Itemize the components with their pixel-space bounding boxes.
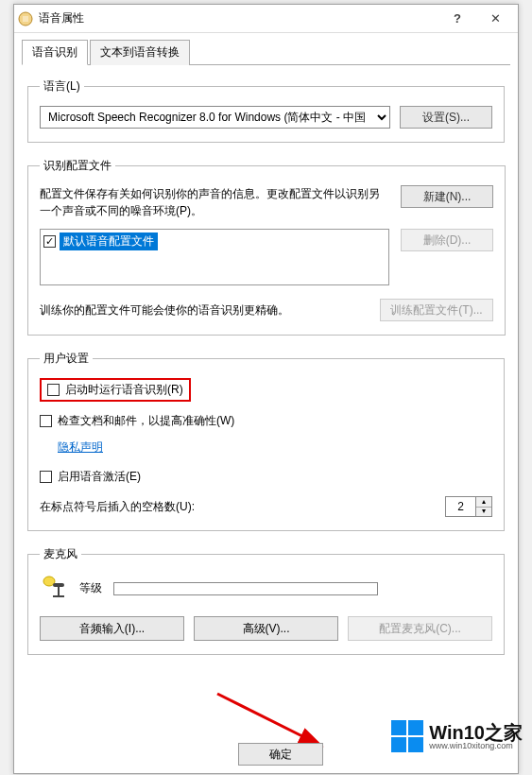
run-at-startup-checkbox[interactable] [47, 384, 60, 396]
user-settings-legend: 用户设置 [40, 351, 93, 367]
spinner-up-icon[interactable]: ▴ [476, 497, 491, 508]
recognizer-select[interactable]: Microsoft Speech Recognizer 8.0 for Wind… [40, 106, 390, 129]
profile-new-button[interactable]: 新建(N)... [401, 185, 493, 208]
level-label: 等级 [79, 580, 102, 596]
microphone-group: 麦克风 等级 音频输入(I)... 高级(V)... 配置麦克风(C)... [27, 546, 505, 655]
microphone-icon [40, 574, 70, 603]
highlight-box: 启动时运行语音识别(R) [40, 378, 191, 402]
spinner-down-icon[interactable]: ▾ [476, 508, 491, 517]
ok-button[interactable]: 确定 [238, 743, 323, 766]
train-profile-button: 训练配置文件(T)... [380, 299, 493, 321]
profiles-group: 识别配置文件 配置文件保存有关如何识别你的声音的信息。更改配置文件以识别另一个声… [27, 158, 506, 336]
language-legend: 语言(L) [40, 78, 84, 95]
profile-delete-button: 删除(D)... [401, 229, 493, 251]
profile-checkbox[interactable]: ✓ [43, 235, 56, 248]
tab-text-to-speech[interactable]: 文本到语音转换 [90, 40, 190, 65]
run-at-startup-label: 启动时运行语音识别(R) [65, 382, 183, 398]
user-settings-group: 用户设置 启动时运行语音识别(R) 检查文档和邮件，以提高准确性(W) 隐私声明… [27, 351, 505, 531]
help-button[interactable]: ? [438, 6, 476, 32]
tab-speech-recognition[interactable]: 语音识别 [22, 40, 88, 65]
watermark-brand: Win10之家 [429, 723, 523, 742]
audio-input-button[interactable]: 音频输入(I)... [40, 616, 184, 641]
dialog-icon [18, 11, 33, 26]
svg-rect-3 [53, 583, 64, 587]
voice-activation-checkbox[interactable] [40, 471, 52, 483]
profiles-listbox[interactable]: ✓ 默认语音配置文件 [40, 229, 389, 285]
titlebar: 语音属性 ? ✕ [14, 5, 518, 33]
privacy-link[interactable]: 隐私声明 [58, 439, 103, 456]
watermark-url: www.win10xitong.com [429, 742, 523, 750]
review-docs-label: 检查文档和邮件，以提高准确性(W) [58, 413, 234, 429]
profiles-legend: 识别配置文件 [40, 158, 115, 174]
review-docs-checkbox[interactable] [40, 415, 52, 427]
profiles-description: 配置文件保存有关如何识别你的声音的信息。更改配置文件以识别另一个声音或不同的噪音… [40, 185, 389, 219]
profile-name: 默认语音配置文件 [60, 232, 158, 250]
speech-properties-dialog: 语音属性 ? ✕ 语音识别 文本到语音转换 语言(L) Microsoft Sp… [13, 4, 519, 774]
dialog-title: 语音属性 [39, 10, 438, 26]
tab-bar: 语音识别 文本到语音转换 [22, 39, 510, 65]
svg-rect-1 [23, 16, 28, 22]
profile-item-default[interactable]: ✓ 默认语音配置文件 [43, 232, 386, 250]
microphone-legend: 麦克风 [40, 546, 81, 562]
watermark: Win10之家 www.win10xitong.com [391, 720, 523, 752]
language-group: 语言(L) Microsoft Speech Recognizer 8.0 fo… [27, 78, 505, 143]
tab-pane: 语言(L) Microsoft Speech Recognizer 8.0 fo… [14, 65, 518, 680]
voice-activation-label: 启用语音激活(E) [58, 469, 141, 485]
train-description: 训练你的配置文件可能会使你的语音识别更精确。 [40, 301, 369, 319]
spaces-label: 在标点符号后插入的空格数(U): [40, 499, 195, 515]
svg-line-6 [217, 694, 321, 746]
mic-level-meter [113, 582, 378, 595]
recognizer-settings-button[interactable]: 设置(S)... [400, 106, 492, 129]
windows-logo-icon [391, 720, 423, 752]
close-button[interactable]: ✕ [476, 6, 514, 32]
advanced-button[interactable]: 高级(V)... [194, 616, 338, 641]
spaces-value: 2 [445, 496, 475, 517]
spaces-spinner[interactable]: 2 ▴ ▾ [445, 496, 492, 517]
configure-mic-button: 配置麦克风(C)... [348, 616, 492, 641]
